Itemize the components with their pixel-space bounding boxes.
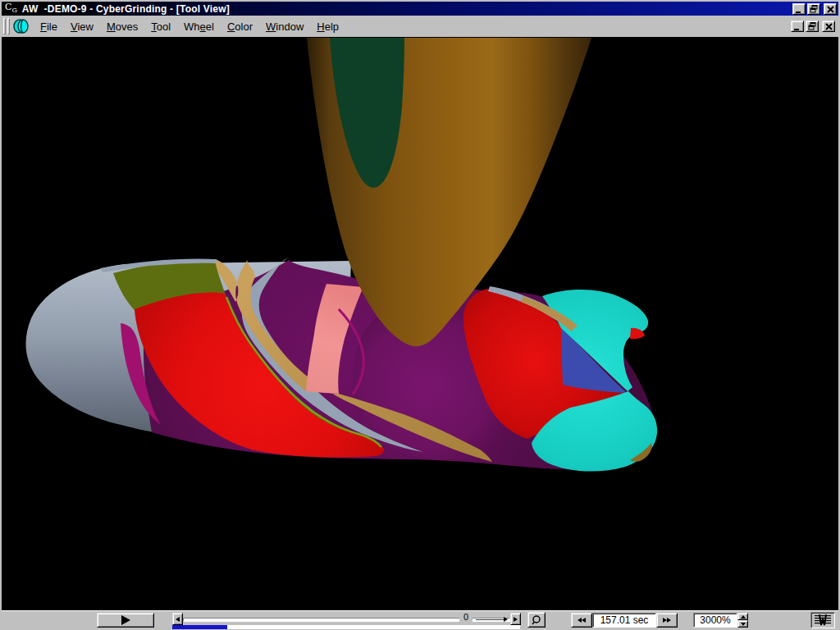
menu-item-wheel[interactable]: Wheel xyxy=(177,17,221,36)
mdi-close-button[interactable] xyxy=(822,21,835,32)
time-field[interactable]: 157.01 sec xyxy=(592,613,656,628)
close-button[interactable] xyxy=(824,3,837,15)
app-icon xyxy=(12,17,30,35)
wheel-display-toggle-button[interactable] xyxy=(810,612,835,628)
menu-item-window[interactable]: Window xyxy=(259,17,310,36)
zoom-spin-down-button[interactable] xyxy=(737,620,748,628)
slider-arrow-head xyxy=(504,617,508,622)
mdi-minimize-icon xyxy=(793,23,801,30)
zoom-level-field[interactable]: 3000% xyxy=(693,613,737,628)
close-icon xyxy=(827,6,834,13)
slider-value-label: 0 xyxy=(459,612,472,622)
menu-item-help[interactable]: Help xyxy=(310,17,345,36)
toolbar-grip[interactable] xyxy=(3,18,6,34)
tool-view-scene xyxy=(2,37,838,610)
minimize-button[interactable] xyxy=(792,3,806,15)
menu-item-view[interactable]: View xyxy=(64,17,100,36)
rewind-button[interactable] xyxy=(571,613,592,628)
arrow-down-icon xyxy=(741,623,746,626)
zoom-tool-button[interactable] xyxy=(527,612,546,628)
tool-view-3d-viewport[interactable] xyxy=(2,37,838,610)
menu-items: FileViewMovesToolWheelColorWindowHelp xyxy=(34,17,345,36)
slider-arrow-line xyxy=(476,619,505,620)
restore-button[interactable] xyxy=(807,3,820,15)
double-arrow-right-icon2 xyxy=(667,618,671,623)
forward-button[interactable] xyxy=(656,613,678,628)
app-logo-icon: CG xyxy=(5,3,17,15)
progress-bar xyxy=(172,625,520,629)
slider-right-arrow-button[interactable] xyxy=(510,613,521,625)
play-button[interactable] xyxy=(97,613,154,628)
restore-icon xyxy=(810,5,818,13)
mdi-restore-button[interactable] xyxy=(806,21,819,32)
grinding-wheel-profile-icon xyxy=(815,614,831,626)
playback-toolbar: 0 157.01 sec 3000% xyxy=(2,610,838,628)
arrow-up-icon xyxy=(741,615,746,619)
arrow-right-icon xyxy=(514,617,518,622)
progress-bar-fill xyxy=(172,625,227,629)
minimize-icon xyxy=(795,6,803,13)
window-title: AW -DEMO-9 - CyberGrinding - [Tool View] xyxy=(22,3,230,15)
double-arrow-left-icon2 xyxy=(582,618,586,623)
arrow-left-icon xyxy=(176,617,180,622)
title-bar[interactable]: CG AW -DEMO-9 - CyberGrinding - [Tool Vi… xyxy=(2,2,838,16)
menu-item-moves[interactable]: Moves xyxy=(100,17,144,36)
menu-item-tool[interactable]: Tool xyxy=(144,17,177,36)
mdi-minimize-button[interactable] xyxy=(791,21,804,32)
menu-item-color[interactable]: Color xyxy=(221,17,259,36)
menu-bar: FileViewMovesToolWheelColorWindowHelp xyxy=(2,16,838,37)
zoom-spin-up-button[interactable] xyxy=(737,613,748,620)
magnifier-icon xyxy=(531,614,542,626)
slider-left-arrow-button[interactable] xyxy=(172,613,183,625)
mdi-close-icon xyxy=(825,23,833,30)
application-window: { "window": { "logo": { "c": "C", "g": "… xyxy=(0,0,840,630)
menu-item-file[interactable]: File xyxy=(34,17,64,36)
play-triangle-icon xyxy=(121,615,130,625)
mdi-restore-icon xyxy=(808,22,816,30)
toolbar-grip2[interactable] xyxy=(7,18,10,34)
